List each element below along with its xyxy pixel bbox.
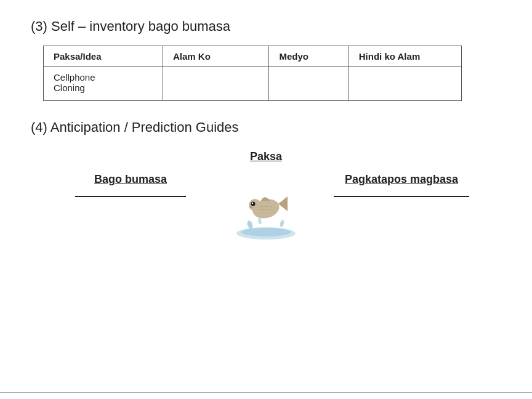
header-alam: Alam Ko (163, 46, 269, 67)
section4-title: (4) Anticipation / Prediction Guides (31, 119, 501, 135)
anticipation-layout: Paksa Bago bumasa (31, 150, 501, 241)
header-hindi: Hindi ko Alam (349, 46, 461, 67)
bago-column: Bago bumasa (50, 173, 211, 197)
table-row: CellphoneCloning (44, 67, 462, 101)
header-paksa: Paksa/Idea (44, 46, 163, 67)
cell-paksa-idea: CellphoneCloning (44, 67, 163, 101)
svg-marker-6 (278, 196, 288, 211)
svg-point-4 (258, 218, 262, 225)
svg-point-3 (280, 219, 285, 227)
pagkatapos-line1 (334, 196, 469, 197)
page-container: (3) Self – inventory bago bumasa Paksa/I… (0, 0, 532, 399)
paksa-center-label: Paksa (250, 150, 282, 163)
fish-area (211, 167, 321, 241)
bago-line1 (75, 196, 186, 197)
svg-point-9 (252, 203, 253, 204)
svg-point-8 (251, 202, 256, 206)
inventory-table: Paksa/Idea Alam Ko Medyo Hindi ko Alam C… (43, 46, 462, 101)
section3-title: (3) Self – inventory bago bumasa (31, 18, 501, 34)
cell-alam (163, 67, 269, 101)
pagkatapos-column: Pagkatapos magbasa (321, 173, 482, 197)
header-medyo: Medyo (269, 46, 349, 67)
bottom-divider (0, 392, 532, 393)
cell-medyo (269, 67, 349, 101)
fish-illustration (223, 167, 309, 241)
guides-row: Bago bumasa (31, 173, 501, 241)
bago-label: Bago bumasa (94, 173, 167, 186)
svg-point-1 (241, 228, 291, 236)
pagkatapos-label: Pagkatapos magbasa (345, 173, 458, 186)
cell-hindi (349, 67, 461, 101)
